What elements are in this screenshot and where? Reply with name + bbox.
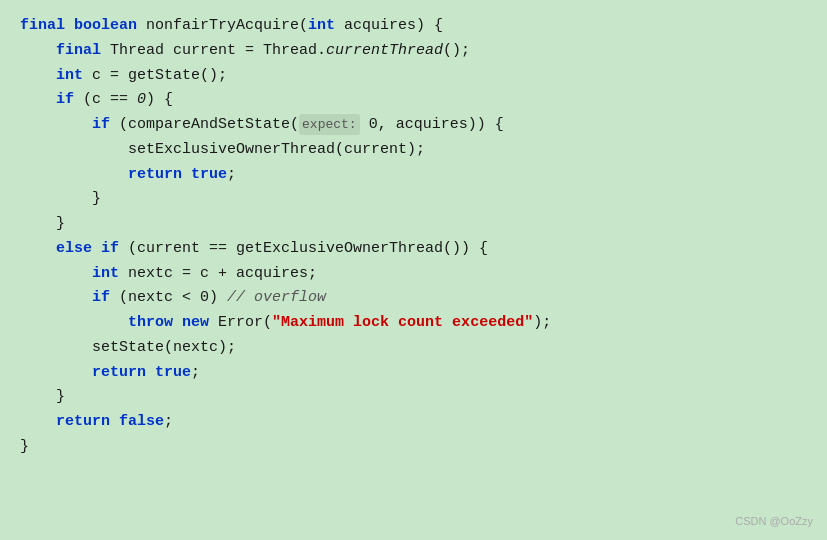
keyword-return-2: return [92, 361, 146, 386]
code-line-6: setExclusiveOwnerThread(current); [20, 138, 827, 163]
keyword-if-4: if [92, 286, 110, 311]
code-editor: final boolean nonfairTryAcquire( int acq… [0, 0, 827, 540]
keyword-final: final [20, 14, 65, 39]
code-line-16: } [20, 385, 827, 410]
keyword-int-2: int [56, 64, 83, 89]
code-line-9: } [20, 212, 827, 237]
code-line-13: throw new Error( "Maximum lock count exc… [20, 311, 827, 336]
code-line-14: setState(nextc); [20, 336, 827, 361]
code-line-5: if (compareAndSetState( expect: 0, acqui… [20, 113, 827, 138]
code-line-12: if (nextc < 0) // overflow [20, 286, 827, 311]
code-line-11: int nextc = c + acquires; [20, 262, 827, 287]
keyword-new: new [182, 311, 209, 336]
method-currentthread: currentThread [326, 39, 443, 64]
code-line-8: } [20, 187, 827, 212]
code-line-7: return true ; [20, 163, 827, 188]
code-line-4: if (c == 0 ) { [20, 88, 827, 113]
keyword-boolean: boolean [74, 14, 137, 39]
code-line-1: final boolean nonfairTryAcquire( int acq… [20, 14, 827, 39]
string-error-msg: "Maximum lock count exceeded" [272, 311, 533, 336]
comment-overflow: // overflow [227, 286, 326, 311]
keyword-return-1: return [128, 163, 182, 188]
keyword-return-3: return [56, 410, 110, 435]
keyword-if-3: if [101, 237, 119, 262]
code-line-15: return true ; [20, 361, 827, 386]
keyword-true-1: true [191, 163, 227, 188]
keyword-false: false [119, 410, 164, 435]
keyword-else: else [56, 237, 92, 262]
code-line-10: else if (current == getExclusiveOwnerThr… [20, 237, 827, 262]
hint-expect: expect: [299, 114, 360, 135]
code-line-17: return false ; [20, 410, 827, 435]
keyword-if-1: if [56, 88, 74, 113]
watermark: CSDN @OoZzy [735, 512, 813, 530]
code-line-3: int c = getState(); [20, 64, 827, 89]
code-line-2: final Thread current = Thread. currentTh… [20, 39, 827, 64]
keyword-int-1: int [308, 14, 335, 39]
keyword-true-2: true [155, 361, 191, 386]
code-line-18: } [20, 435, 827, 460]
keyword-if-2: if [92, 113, 110, 138]
keyword-int-3: int [92, 262, 119, 287]
keyword-throw: throw [128, 311, 173, 336]
keyword-final-2: final [56, 39, 101, 64]
